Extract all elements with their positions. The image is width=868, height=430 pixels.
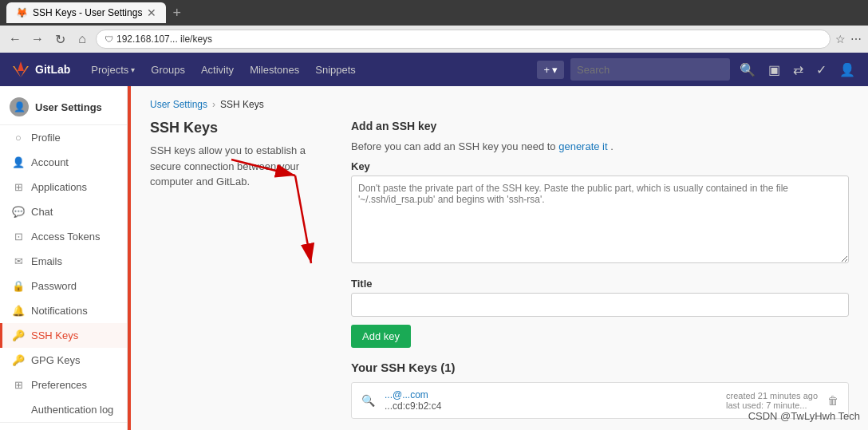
- nav-groups[interactable]: Groups: [143, 53, 193, 86]
- breadcrumb: User Settings › SSH Keys: [150, 99, 849, 110]
- two-col-layout: SSH Keys SSH keys allow you to establish…: [150, 120, 849, 419]
- menu-icon[interactable]: ⋯: [850, 33, 862, 45]
- user-avatar: 👤: [10, 97, 29, 116]
- home-button[interactable]: ⌂: [73, 32, 91, 46]
- access-tokens-icon: ⊡: [12, 231, 25, 243]
- tab-favicon: 🦊: [16, 7, 28, 18]
- sidebar-item-label: Account: [31, 156, 69, 168]
- sidebar-item-label: Authentication log: [31, 404, 113, 416]
- password-icon: 🔒: [12, 280, 25, 292]
- sidebar-toggle-icon[interactable]: ▣: [765, 62, 783, 77]
- left-column: SSH Keys SSH keys allow you to establish…: [150, 120, 326, 419]
- chevron-down-icon: ▾: [552, 64, 558, 76]
- gitlab-navbar: GitLab Projects ▾ Groups Activity Milest…: [0, 53, 868, 86]
- key-meta: created 21 minutes ago last used: 7 minu…: [726, 391, 818, 410]
- refresh-button[interactable]: ↻: [51, 32, 69, 47]
- nav-plus-button[interactable]: + ▾: [537, 61, 564, 79]
- key-field-label: Key: [351, 160, 849, 172]
- before-generate-text: Before you can add an SSH key you need t…: [351, 140, 849, 152]
- emails-icon: ✉: [12, 255, 25, 267]
- sidebar-item-label: Preferences: [31, 379, 87, 391]
- sidebar-item-applications[interactable]: ⊞ Applications: [0, 175, 127, 199]
- sidebar-item-label: Applications: [31, 181, 87, 193]
- sidebar-item-auth-log[interactable]: Authentication log: [0, 397, 127, 422]
- main-content: User Settings › SSH Keys SSH Keys SSH ke…: [131, 86, 868, 430]
- address-bar[interactable]: 🛡 192.168.107... ile/keys: [96, 30, 831, 49]
- chevron-down-icon: ▾: [131, 65, 135, 74]
- title-field-label: Title: [351, 278, 849, 290]
- gpg-keys-icon: 🔑: [12, 354, 25, 366]
- nav-milestones[interactable]: Milestones: [242, 53, 307, 86]
- collapse-sidebar-button[interactable]: ◀ Collapse sidebar: [0, 422, 127, 430]
- breadcrumb-parent-link[interactable]: User Settings: [150, 99, 207, 110]
- back-button[interactable]: ←: [6, 32, 24, 46]
- account-icon: 👤: [12, 156, 25, 168]
- svg-marker-4: [24, 66, 29, 71]
- key-delete-button[interactable]: 🗑: [827, 394, 838, 407]
- sidebar-item-access-tokens[interactable]: ⊡ Access Tokens: [0, 224, 127, 249]
- browser-tab[interactable]: 🦊 SSH Keys - User Settings ✕: [6, 2, 166, 23]
- key-last-used: last used: 7 minute...: [726, 400, 818, 410]
- page-description: SSH keys allow you to establish a secure…: [150, 143, 326, 190]
- sidebar-item-label: Chat: [31, 206, 53, 218]
- right-column: Add an SSH key Before you can add an SSH…: [351, 120, 849, 419]
- svg-marker-0: [18, 61, 24, 71]
- title-input[interactable]: [351, 293, 849, 317]
- sidebar-item-label: Password: [31, 280, 77, 292]
- nav-snippets[interactable]: Snippets: [307, 53, 364, 86]
- nav-activity[interactable]: Activity: [193, 53, 242, 86]
- applications-icon: ⊞: [12, 181, 25, 193]
- sidebar-item-ssh-keys[interactable]: 🔑 SSH Keys: [0, 323, 127, 348]
- sidebar-item-password[interactable]: 🔒 Password: [0, 274, 127, 298]
- breadcrumb-current: SSH Keys: [220, 99, 264, 110]
- bookmarks-icon[interactable]: ☆: [835, 33, 846, 45]
- browser-chrome: 🦊 SSH Keys - User Settings ✕ +: [0, 0, 868, 26]
- sidebar-item-preferences[interactable]: ⊞ Preferences: [0, 373, 127, 397]
- key-textarea[interactable]: [351, 176, 849, 263]
- chat-icon: 💬: [12, 206, 25, 218]
- search-input[interactable]: [570, 58, 730, 81]
- sidebar-item-emails[interactable]: ✉ Emails: [0, 249, 127, 274]
- tab-close-button[interactable]: ✕: [147, 6, 156, 19]
- user-avatar-icon[interactable]: 👤: [836, 62, 858, 77]
- forward-button[interactable]: →: [29, 32, 46, 46]
- breadcrumb-separator: ›: [212, 99, 215, 110]
- new-tab-button[interactable]: +: [172, 5, 181, 22]
- issues-icon[interactable]: ✓: [813, 62, 830, 77]
- sidebar: 👤 User Settings ○ Profile 👤 Account ⊞ Ap…: [0, 86, 128, 430]
- tab-title: SSH Keys - User Settings: [33, 7, 142, 18]
- csdn-watermark: CSDN @TwLyHwh Tech: [748, 410, 860, 422]
- address-text: 192.168.107... ile/keys: [116, 34, 212, 45]
- key-email: ...@...com: [385, 389, 716, 400]
- profile-icon: ○: [12, 132, 25, 144]
- merge-requests-icon[interactable]: ⇄: [790, 62, 807, 77]
- gitlab-logo[interactable]: [10, 58, 32, 81]
- nav-right: + ▾ 🔍 ▣ ⇄ ✓ 👤: [537, 58, 858, 81]
- search-button[interactable]: 🔍: [736, 62, 759, 77]
- your-keys-title: Your SSH Keys (1): [351, 361, 849, 374]
- preferences-icon: ⊞: [12, 379, 25, 391]
- sidebar-item-gpg-keys[interactable]: 🔑 GPG Keys: [0, 348, 127, 373]
- notifications-icon: 🔔: [12, 305, 25, 317]
- sidebar-item-profile[interactable]: ○ Profile: [0, 125, 127, 150]
- key-search-icon: 🔍: [361, 394, 375, 407]
- sidebar-item-label: Profile: [31, 132, 61, 144]
- sidebar-item-label: Notifications: [31, 305, 88, 317]
- key-fingerprint: ...cd:c9:b2:c4: [385, 400, 716, 412]
- generate-link[interactable]: generate it: [558, 140, 607, 152]
- sidebar-item-label: GPG Keys: [31, 354, 80, 366]
- sidebar-header: 👤 User Settings: [0, 86, 127, 125]
- key-info: ...@...com ...cd:c9:b2:c4: [385, 389, 716, 412]
- sidebar-item-account[interactable]: 👤 Account: [0, 150, 127, 175]
- add-key-button[interactable]: Add key: [351, 325, 411, 348]
- add-section-title: Add an SSH key: [351, 120, 849, 132]
- gitlab-logo-icon: [10, 58, 32, 81]
- browser-toolbar: ← → ↻ ⌂ 🛡 192.168.107... ile/keys ☆ ⋯: [0, 26, 868, 53]
- nav-projects[interactable]: Projects ▾: [83, 53, 143, 86]
- sidebar-item-notifications[interactable]: 🔔 Notifications: [0, 298, 127, 323]
- shield-icon: 🛡: [105, 34, 113, 44]
- sidebar-title: User Settings: [35, 101, 102, 113]
- sidebar-item-chat[interactable]: 💬 Chat: [0, 199, 127, 224]
- key-created: created 21 minutes ago: [726, 391, 818, 400]
- gitlab-brand[interactable]: GitLab: [35, 63, 70, 76]
